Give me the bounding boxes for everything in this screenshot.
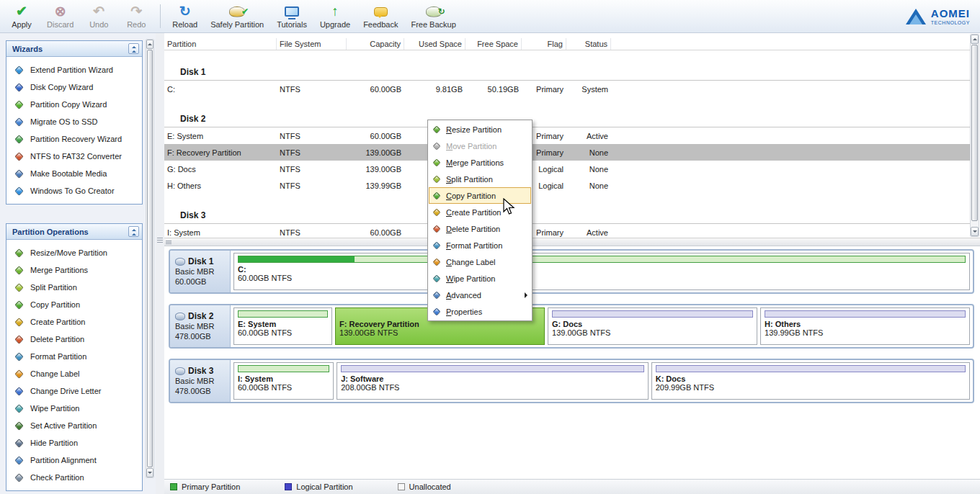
partition-block-i-system[interactable]: I: System60.00GB NTFS: [233, 362, 334, 400]
splitter-grip-icon: [157, 236, 163, 244]
table-row-i-system[interactable]: I: SystemNTFS60.00GBPrimaryActive: [164, 224, 970, 238]
sidebar-item-label: Disk Copy Wizard: [30, 83, 93, 91]
partition-block-h-others[interactable]: H: Others139.99GB NTFS: [760, 307, 970, 345]
toolbar-reload-button[interactable]: ↻Reload: [166, 1, 204, 32]
disk-row-1: Disk 1Basic MBR60.00GBC:60.00GB NTFS: [169, 249, 974, 294]
menu-item-delete-partition[interactable]: Delete Partition: [429, 220, 531, 237]
collapse-chevron-icon[interactable]: [128, 226, 139, 237]
table-row-g-docs[interactable]: G: DocsNTFS139.00GBLogicalNone: [164, 161, 970, 177]
sidebar-item-partition-alignment[interactable]: Partition Alignment: [6, 452, 142, 469]
table-body: Disk 1C:NTFS60.00GB9.81GB50.19GBPrimaryS…: [164, 65, 970, 238]
delete-partition-icon: [14, 335, 24, 344]
disk-name: Disk 1: [188, 256, 213, 266]
scroll-down-icon[interactable]: [146, 468, 153, 477]
scroll-up-icon[interactable]: [971, 35, 979, 44]
split-partition-icon: [432, 175, 440, 183]
scroll-up-icon[interactable]: [146, 40, 153, 49]
sidebar-splitter[interactable]: [156, 33, 164, 494]
disk-info-3[interactable]: Disk 3Basic MBR478.00GB: [170, 360, 231, 402]
partition-block-e-system[interactable]: E: System60.00GB NTFS: [233, 307, 332, 345]
scrollbar-thumb[interactable]: [147, 50, 153, 467]
toolbar-discard-button[interactable]: ⊗Discard: [40, 1, 80, 32]
sidebar-item-change-label[interactable]: Change Label: [6, 365, 142, 382]
menu-item-format-partition[interactable]: Format Partition: [429, 237, 531, 253]
disk-group-header-disk-3: Disk 3: [164, 208, 970, 224]
sidebar-item-migrate-os-to-ssd[interactable]: Migrate OS to SSD: [6, 113, 142, 130]
pane-splitter[interactable]: [164, 238, 980, 246]
toolbar-safely-partition-button[interactable]: ✔Safely Partition: [204, 1, 270, 32]
sidebar-item-ntfs-to-fat32-converter[interactable]: NTFS to FAT32 Converter: [6, 148, 142, 165]
table-row-c[interactable]: C:NTFS60.00GB9.81GB50.19GBPrimarySystem: [164, 81, 970, 97]
partition-block-g-docs[interactable]: G: Docs139.00GB NTFS: [548, 307, 757, 345]
table-row-h-others[interactable]: H: OthersNTFS139.99GBLogicalNone: [164, 177, 970, 194]
partition-block-k-docs[interactable]: K: Docs209.99GB NTFS: [651, 362, 970, 400]
sidebar-item-split-partition[interactable]: Split Partition: [6, 279, 142, 296]
menu-item-properties[interactable]: Properties: [429, 303, 531, 320]
menu-item-advanced[interactable]: Advanced: [429, 287, 531, 303]
disk-info-2[interactable]: Disk 2Basic MBR478.00GB: [170, 305, 231, 347]
sidebar-item-resize-move-partition[interactable]: Resize/Move Partition: [6, 244, 142, 261]
sidebar-item-check-partition[interactable]: Check Partition: [6, 469, 142, 486]
toolbar-feedback-button[interactable]: Feedback: [357, 1, 404, 32]
sidebar-item-make-bootable-media[interactable]: Make Bootable Media: [6, 165, 142, 182]
menu-item-split-partition[interactable]: Split Partition: [429, 171, 531, 187]
windows-to-go-creator-icon: [14, 187, 24, 196]
sidebar-item-disk-copy-wizard[interactable]: Disk Copy Wizard: [6, 78, 142, 96]
menu-item-label: Merge Partitions: [446, 158, 504, 167]
partition-detail: 60.00GB NTFS: [238, 383, 329, 392]
wizards-panel-header[interactable]: Wizards: [6, 41, 142, 57]
sidebar-item-windows-to-go-creator[interactable]: Windows To Go Creator: [6, 182, 142, 199]
scrollbar-thumb[interactable]: [971, 45, 978, 221]
sidebar-item-partition-recovery-wizard[interactable]: Partition Recovery Wizard: [6, 130, 142, 148]
sidebar-item-label: Migrate OS to SSD: [30, 117, 98, 126]
disk-type: Basic MBR: [175, 267, 228, 277]
partition-operations-panel-header[interactable]: Partition Operations: [6, 224, 142, 240]
sidebar-item-create-partition[interactable]: Create Partition: [6, 313, 142, 331]
partition-block-c[interactable]: C:60.00GB NTFS: [233, 253, 970, 290]
menu-item-wipe-partition[interactable]: Wipe Partition: [429, 270, 531, 287]
table-row-f-recovery-partition[interactable]: F: Recovery PartitionNTFS139.00GBPrimary…: [164, 144, 970, 161]
toolbar-apply-button[interactable]: ✔Apply: [3, 1, 40, 32]
sidebar-item-merge-partitions[interactable]: Merge Partitions: [6, 261, 142, 279]
toolbar-button-label: Discard: [47, 20, 74, 29]
collapse-chevron-icon[interactable]: [128, 43, 139, 54]
sidebar-item-extend-partition-wizard[interactable]: Extend Partition Wizard: [6, 61, 142, 78]
toolbar-free-backup-button[interactable]: ↻Free Backup: [404, 1, 462, 32]
sidebar-item-label: Copy Partition: [30, 300, 80, 309]
partition-block-j-software[interactable]: J: Software208.00GB NTFS: [337, 362, 649, 400]
aomei-logo-icon: [906, 9, 926, 24]
hide-partition-icon: [14, 439, 24, 448]
toolbar-upgrade-button[interactable]: ↑Upgrade: [313, 1, 357, 32]
used-space-bar: [765, 310, 966, 318]
table-row-e-system[interactable]: E: SystemNTFS60.00GBPrimaryActive: [164, 127, 970, 144]
safely-partition-icon: ✔: [229, 4, 245, 19]
disk-info-1[interactable]: Disk 1Basic MBR60.00GB: [170, 251, 231, 292]
sidebar-item-hide-partition[interactable]: Hide Partition: [6, 434, 142, 452]
toolbar-tutorials-button[interactable]: Tutorials: [270, 1, 313, 32]
sidebar-item-delete-partition[interactable]: Delete Partition: [6, 331, 142, 348]
disk-size: 478.00GB: [175, 387, 228, 396]
menu-item-resize-partition[interactable]: Resize Partition: [429, 121, 531, 138]
toolbar-undo-button[interactable]: ↶Undo: [80, 1, 117, 32]
sidebar-item-copy-partition[interactable]: Copy Partition: [6, 296, 142, 313]
scroll-down-icon[interactable]: [971, 227, 979, 236]
column-header-status: Status: [566, 38, 611, 50]
table-header-row: PartitionFile SystemCapacityUsed SpaceFr…: [164, 38, 970, 50]
disk-size: 60.00GB: [175, 277, 228, 287]
sidebar-item-wipe-partition[interactable]: Wipe Partition: [6, 400, 142, 417]
cell-file-system: NTFS: [277, 132, 347, 140]
cell-partition: H: Others: [164, 181, 277, 190]
sidebar-item-format-partition[interactable]: Format Partition: [6, 348, 142, 365]
toolbar: ✔Apply⊗Discard↶Undo↷Redo ↻Reload✔Safely …: [0, 0, 980, 33]
sidebar: Wizards Extend Partition WizardDisk Copy…: [0, 33, 156, 494]
cell-status: Active: [566, 132, 611, 140]
toolbar-redo-button[interactable]: ↷Redo: [117, 1, 155, 32]
resize-partition-icon: [432, 125, 440, 133]
menu-item-change-label[interactable]: Change Label: [429, 253, 531, 270]
cell-capacity: 60.00GB: [347, 132, 404, 140]
sidebar-item-partition-copy-wizard[interactable]: Partition Copy Wizard: [6, 96, 142, 113]
menu-item-merge-partitions[interactable]: Merge Partitions: [429, 154, 531, 171]
create-partition-icon: [432, 208, 440, 216]
sidebar-item-set-active-partition[interactable]: Set Active Partition: [6, 417, 142, 434]
sidebar-item-change-drive-letter[interactable]: Change Drive Letter: [6, 382, 142, 400]
